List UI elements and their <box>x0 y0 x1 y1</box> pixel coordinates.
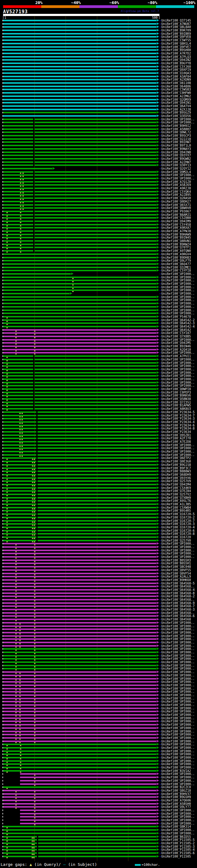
hit-bar[interactable] <box>3 658 156 659</box>
hit-bar[interactable] <box>3 109 156 110</box>
hit-bar[interactable] <box>20 773 156 775</box>
hit-label[interactable]: UniRef100_UPI000.. <box>161 358 195 362</box>
hit-bar[interactable] <box>3 741 156 742</box>
hit-bar[interactable] <box>3 359 156 360</box>
hit-bar[interactable] <box>20 819 156 821</box>
hit-bar[interactable] <box>3 500 156 502</box>
hit-bar[interactable] <box>3 66 156 67</box>
hit-label[interactable]: UniRef100_B9HK60 <box>161 579 191 582</box>
hit-label[interactable]: UniRef100_B9NAY3 <box>161 148 191 151</box>
hit-bar[interactable] <box>3 589 156 591</box>
hit-bar[interactable] <box>3 846 156 847</box>
hit-label[interactable]: UniRef100_UPI000.. <box>161 631 195 634</box>
hit-bar[interactable] <box>3 365 156 367</box>
hit-bar[interactable] <box>3 161 156 163</box>
hit-label[interactable]: UniRef100_UPI000.. <box>161 305 195 309</box>
hit-label[interactable]: UniRef100_P54678 <box>161 315 191 319</box>
hit-bar[interactable] <box>3 806 156 808</box>
hit-bar[interactable] <box>3 425 156 426</box>
hit-bar[interactable] <box>3 527 156 528</box>
hit-bar[interactable] <box>3 267 156 268</box>
hit-bar[interactable] <box>3 642 156 643</box>
hit-bar[interactable] <box>3 86 156 87</box>
hit-bar[interactable] <box>3 737 156 739</box>
hit-bar[interactable] <box>3 141 156 143</box>
hit-label[interactable]: UniRef100_P93067 <box>161 210 191 213</box>
hit-bar[interactable] <box>3 434 156 436</box>
hit-bar[interactable] <box>3 257 156 258</box>
hit-bar[interactable] <box>3 480 156 482</box>
hit-bar[interactable] <box>3 497 156 498</box>
hit-bar[interactable] <box>3 164 156 166</box>
hit-bar[interactable] <box>3 826 156 827</box>
hit-label[interactable]: UniRef100_B9G1S8 <box>161 463 191 467</box>
hit-bar[interactable] <box>3 530 156 531</box>
hit-bar[interactable] <box>3 688 156 689</box>
hit-bar[interactable] <box>3 675 156 676</box>
hit-bar[interactable] <box>3 375 156 377</box>
hit-bar[interactable] <box>20 809 156 811</box>
hit-bar[interactable] <box>3 63 156 64</box>
hit-bar[interactable] <box>3 362 156 364</box>
hit-bar[interactable] <box>3 270 156 271</box>
hit-label[interactable]: UniRef100_A9RGV4 <box>161 253 191 256</box>
hit-bar[interactable] <box>3 793 156 795</box>
hit-bar[interactable] <box>3 250 156 252</box>
hit-bar[interactable] <box>3 207 156 209</box>
hit-bar[interactable] <box>3 33 156 34</box>
hit-bar[interactable] <box>3 105 156 107</box>
hit-label[interactable]: UniRef100_Q0VF55 <box>161 569 191 572</box>
hit-bar[interactable] <box>3 494 156 495</box>
hit-bar[interactable] <box>3 490 156 492</box>
hit-bar[interactable] <box>3 668 156 670</box>
hit-bar[interactable] <box>3 487 156 489</box>
hit-bar[interactable] <box>3 392 156 393</box>
hit-bar[interactable] <box>3 701 156 702</box>
hit-bar[interactable] <box>3 457 156 459</box>
hit-bar[interactable] <box>3 72 156 74</box>
hit-bar[interactable] <box>3 803 156 805</box>
hit-bar[interactable] <box>20 780 156 781</box>
hit-bar[interactable] <box>3 174 156 176</box>
hit-bar[interactable] <box>3 438 156 439</box>
hit-bar[interactable] <box>3 546 156 548</box>
hit-bar[interactable] <box>3 694 156 696</box>
hit-label[interactable]: UniRef100_A7R7D2 <box>161 52 191 55</box>
hit-label[interactable]: UniRef100_Q0DH27 <box>161 200 191 204</box>
hit-bar[interactable] <box>3 790 156 791</box>
hit-bar[interactable] <box>3 441 156 442</box>
hit-label[interactable]: UniRef100_UPI000.. <box>161 779 195 783</box>
hit-bar[interactable] <box>3 158 156 159</box>
hit-bar[interactable] <box>3 711 156 712</box>
hit-bar[interactable] <box>3 517 156 518</box>
hit-bar[interactable] <box>3 833 156 834</box>
hit-bar[interactable] <box>3 102 156 103</box>
hit-bar[interactable] <box>3 342 156 344</box>
hit-bar[interactable] <box>3 247 156 248</box>
hit-bar[interactable] <box>3 576 156 577</box>
hit-bar[interactable] <box>3 652 156 653</box>
hit-bar[interactable] <box>3 599 156 600</box>
hit-bar[interactable] <box>3 253 156 255</box>
hit-bar[interactable] <box>3 573 156 574</box>
hit-bar[interactable] <box>3 786 156 788</box>
hit-bar[interactable] <box>3 655 156 656</box>
hit-bar[interactable] <box>3 43 156 44</box>
hit-bar[interactable] <box>3 220 156 222</box>
hit-bar[interactable] <box>3 56 156 58</box>
hit-bar[interactable] <box>3 319 156 321</box>
hit-label[interactable]: UniRef100_A2ZM62 <box>161 95 191 98</box>
hit-bar[interactable] <box>3 454 156 456</box>
hit-bar[interactable] <box>3 556 156 558</box>
hit-bar[interactable] <box>3 470 156 472</box>
hit-bar[interactable] <box>3 661 156 663</box>
hit-bar[interactable] <box>3 299 156 301</box>
hit-bar[interactable] <box>3 747 156 748</box>
hit-bar[interactable] <box>3 92 156 94</box>
hit-bar[interactable] <box>3 131 156 133</box>
hit-bar[interactable] <box>3 612 156 614</box>
hit-bar[interactable] <box>3 447 156 449</box>
hit-bar[interactable] <box>3 277 156 278</box>
hit-bar[interactable] <box>3 579 156 581</box>
hit-bar[interactable] <box>3 306 156 308</box>
